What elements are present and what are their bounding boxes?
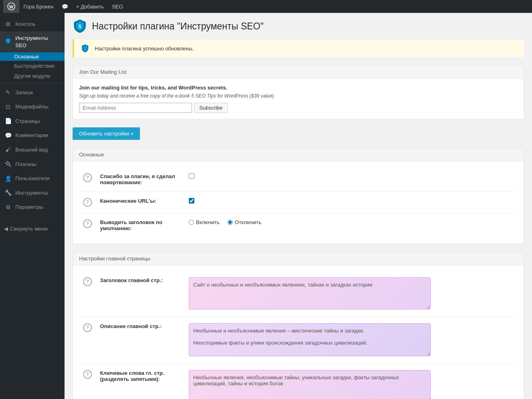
site-name-bar[interactable]: Гора Брокен (19, 0, 58, 13)
sidebar: ⊞ Консоль Инструменты SEO Основные Быстр… (0, 13, 65, 399)
help-button-hp-1[interactable]: ? (83, 277, 92, 286)
hp-desc-control (185, 317, 517, 364)
table-row: ? Выводить заголовок по умолчанию: Включ… (79, 213, 517, 238)
subscribe-button[interactable]: Subscribe (194, 103, 228, 113)
table-row: ? Заголовок главной стр.: (79, 271, 517, 317)
donation-checkbox[interactable] (189, 173, 194, 179)
wp-logo-button[interactable]: W (3, 0, 19, 13)
homepage-section-body: ? Заголовок главной стр.: ? Описание гла… (73, 265, 524, 399)
sidebar-item-posts[interactable]: ✎ Записи (0, 85, 65, 100)
notice-shield-icon (80, 44, 90, 53)
hp-title-control (185, 271, 517, 317)
appearance-icon: 🖌 (4, 146, 12, 154)
collapse-icon: ◀ (4, 226, 8, 232)
hp-keywords-label: Ключевые слова гл. стр. (разделять запят… (96, 364, 185, 399)
mailing-subtitle: Sign up today and receive a free copy of… (79, 93, 517, 99)
svg-text:S: S (78, 24, 81, 29)
canonical-label: Канонические URL'ы: (96, 192, 185, 213)
sidebar-item-plugins[interactable]: 🔌 Плагины (0, 157, 65, 172)
homepage-keywords-textarea[interactable] (189, 370, 431, 399)
plugin-shield-icon: S (73, 19, 87, 33)
update-settings-button[interactable]: Обновить настройки » (73, 127, 140, 140)
help-button-hp-2[interactable]: ? (83, 323, 92, 332)
comments-bar-button[interactable]: 💬 (58, 0, 72, 13)
page-title: Настройки плагина "Инструменты SEO" (92, 21, 264, 32)
mailing-section-body: Join our mailing list for tips, tricks, … (73, 79, 524, 119)
homepage-settings-table: ? Заголовок главной стр.: ? Описание гла… (79, 271, 517, 399)
page-header: S Настройки плагина "Инструменты SEO" (73, 19, 524, 33)
svg-text:W: W (9, 4, 14, 9)
sidebar-item-seo-tools[interactable]: Инструменты SEO (0, 31, 65, 52)
success-notice: Настройки плагина успешно обновлены. (73, 39, 524, 57)
sidebar-sub-other[interactable]: Другие модули (0, 71, 65, 81)
mailing-section-header: Join Our Mailing List (73, 66, 524, 79)
sidebar-collapse-button[interactable]: ◀ Свернуть меню (0, 222, 65, 235)
sidebar-item-console[interactable]: ⊞ Консоль (0, 17, 65, 31)
mailing-form: Subscribe (79, 103, 517, 113)
posts-icon: ✎ (4, 89, 12, 97)
email-input[interactable] (79, 103, 192, 113)
homepage-settings-section: Настройки главной страницы ? Заголовок г… (73, 252, 524, 399)
default-title-label: Выводить заголовок по умолчанию: (96, 213, 185, 238)
table-row: ? Канонические URL'ы: (79, 192, 517, 213)
sidebar-item-media[interactable]: ⊡ Медиафайлы (0, 100, 65, 114)
sidebar-item-appearance[interactable]: 🖌 Внешний вид (0, 143, 65, 157)
add-new-bar-button[interactable]: + Добавить (72, 0, 108, 13)
help-col-2: ? (79, 192, 96, 213)
sidebar-item-users[interactable]: 👤 Пользователи (0, 172, 65, 186)
default-title-control: Включить Отключить (185, 213, 517, 238)
help-col-3: ? (79, 213, 96, 238)
comment-bar-icon: 💬 (62, 4, 68, 10)
main-content: S Настройки плагина "Инструменты SEO" На… (65, 13, 532, 399)
hp-title-label: Заголовок главной стр.: (96, 271, 185, 317)
layout: ⊞ Консоль Инструменты SEO Основные Быстр… (0, 13, 532, 399)
help-col-hp-3: ? (79, 364, 96, 399)
seo-bar-button[interactable]: SEO (108, 0, 127, 13)
sidebar-item-tools[interactable]: 🔧 Инструменты (0, 186, 65, 200)
radio-group-title: Включить Отключить (189, 219, 513, 225)
radio-disable-label[interactable]: Отключить (227, 219, 261, 225)
help-col-hp-1: ? (79, 271, 96, 317)
basic-settings-section: Основные ? Спасибо за плагин, я сделал п… (73, 148, 524, 244)
radio-enable-label[interactable]: Включить (189, 219, 219, 225)
basic-section-body: ? Спасибо за плагин, я сделал пожертвова… (73, 161, 524, 243)
homepage-desc-textarea[interactable] (189, 323, 431, 356)
homepage-title-textarea[interactable] (189, 277, 431, 310)
sidebar-item-settings[interactable]: ⚙ Параметры (0, 200, 65, 215)
sidebar-divider-1 (0, 83, 65, 83)
table-row: ? Описание главной стр.: (79, 317, 517, 364)
hp-keywords-control (185, 364, 517, 399)
canonical-checkbox[interactable] (189, 198, 194, 204)
help-button-1[interactable]: ? (83, 173, 92, 182)
help-col-hp-2: ? (79, 317, 96, 364)
mailing-title: Join our mailing list for tips, tricks, … (79, 85, 517, 91)
table-row: ? Спасибо за плагин, я сделал пожертвова… (79, 167, 517, 192)
radio-disable[interactable] (227, 220, 233, 225)
help-col-1: ? (79, 167, 96, 192)
wp-icon: W (7, 2, 15, 10)
notice-text: Настройки плагина успешно обновлены. (95, 46, 194, 52)
console-icon: ⊞ (4, 20, 12, 28)
pages-icon: 📄 (4, 117, 12, 125)
comments-icon: 💬 (4, 132, 12, 140)
basic-settings-table: ? Спасибо за плагин, я сделал пожертвова… (79, 167, 517, 237)
sidebar-sub-basic[interactable]: Основные (0, 52, 65, 61)
mailing-section: Join Our Mailing List Join our mailing l… (73, 65, 524, 119)
help-button-3[interactable]: ? (83, 219, 92, 228)
users-icon: 👤 (4, 175, 12, 183)
homepage-section-header: Настройки главной страницы (73, 252, 524, 265)
help-button-2[interactable]: ? (83, 198, 92, 207)
basic-section-header: Основные (73, 148, 524, 161)
sidebar-item-pages[interactable]: 📄 Страницы (0, 114, 65, 129)
table-row: ? Ключевые слова гл. стр. (разделять зап… (79, 364, 517, 399)
settings-icon: ⚙ (4, 204, 12, 212)
sidebar-item-comments[interactable]: 💬 Комментарии (0, 129, 65, 143)
canonical-control (185, 192, 517, 213)
sidebar-sub-performance[interactable]: Быстродействие (0, 61, 65, 71)
donation-control (185, 167, 517, 192)
donation-label: Спасибо за плагин, я сделал пожертвовани… (96, 167, 185, 192)
help-button-hp-3[interactable]: ? (83, 370, 92, 379)
radio-enable[interactable] (189, 220, 194, 225)
plugins-icon: 🔌 (4, 160, 12, 168)
admin-bar: W Гора Брокен 💬 + Добавить SEO (0, 0, 532, 13)
